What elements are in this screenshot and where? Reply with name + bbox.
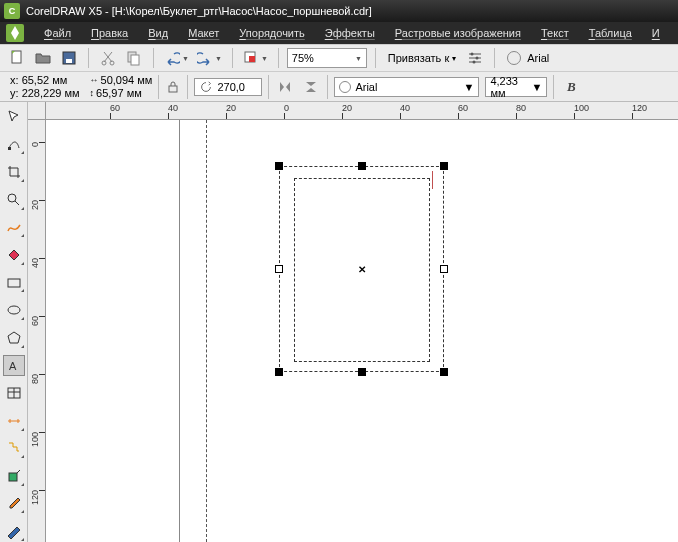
canvas-area[interactable]: 604020020406080100120140 020406080100120…	[28, 102, 678, 542]
mirror-h-button[interactable]	[275, 77, 295, 97]
separator	[268, 75, 269, 99]
canvas[interactable]: ✕	[46, 120, 678, 542]
font-size-select[interactable]: 4,233 мм ▼	[485, 77, 547, 97]
truetype-icon	[339, 81, 351, 93]
cut-button[interactable]	[97, 47, 119, 69]
menu-effects[interactable]: Эффекты	[315, 27, 385, 39]
menu-arrange[interactable]: Упорядочить	[229, 27, 314, 39]
size-display: ↔50,094 мм ↕65,97 мм	[90, 74, 153, 100]
resize-handle-nw[interactable]	[275, 162, 283, 170]
rectangle-tool[interactable]	[3, 272, 25, 294]
svg-rect-15	[8, 279, 20, 287]
menu-more[interactable]: И	[642, 27, 670, 39]
property-bar: x: 65,52 мм y: 228,229 мм ↔50,094 мм ↕65…	[0, 72, 678, 102]
font-name-label: Arial	[527, 52, 549, 64]
text-tool[interactable]: A	[3, 355, 25, 377]
new-button[interactable]	[6, 47, 28, 69]
eyedropper-tool[interactable]	[3, 493, 25, 515]
menu-text[interactable]: Текст	[531, 27, 579, 39]
svg-point-16	[8, 306, 20, 314]
text-frame[interactable]	[294, 178, 430, 362]
menu-layout[interactable]: Макет	[178, 27, 229, 39]
resize-handle-se[interactable]	[440, 368, 448, 376]
snap-label: Привязать к	[388, 52, 449, 64]
guide-line[interactable]	[206, 120, 207, 542]
bold-button[interactable]: B	[560, 76, 582, 98]
separator	[187, 75, 188, 99]
dropdown-arrow-icon: ▼	[532, 81, 543, 93]
dimension-tool[interactable]	[3, 410, 25, 432]
separator	[553, 75, 554, 99]
svg-rect-8	[249, 56, 255, 62]
connector-tool[interactable]	[3, 438, 25, 460]
svg-rect-13	[8, 147, 11, 150]
resize-handle-n[interactable]	[358, 162, 366, 170]
crop-tool[interactable]	[3, 161, 25, 183]
zoom-level-select[interactable]: 75% ▼	[287, 48, 367, 68]
svg-point-14	[8, 194, 16, 202]
undo-button[interactable]: ▼	[162, 50, 191, 66]
svg-rect-0	[12, 51, 21, 63]
zoom-tool[interactable]	[3, 189, 25, 211]
resize-handle-w[interactable]	[275, 265, 283, 273]
width-icon: ↔	[90, 74, 99, 87]
separator	[494, 48, 495, 68]
menu-edit[interactable]: Правка	[81, 27, 138, 39]
workspace: A 604020020406080100120140 0204060801001…	[0, 102, 678, 542]
ruler-origin[interactable]	[28, 102, 46, 120]
separator	[375, 48, 376, 68]
text-cursor	[432, 171, 433, 189]
position-display: x: 65,52 мм y: 228,229 мм	[6, 74, 84, 100]
resize-handle-sw[interactable]	[275, 368, 283, 376]
menu-bar: Файл Правка Вид Макет Упорядочить Эффект…	[0, 22, 678, 44]
copy-button[interactable]	[123, 47, 145, 69]
freehand-tool[interactable]	[3, 217, 25, 239]
dropdown-arrow-icon: ▼	[261, 55, 268, 62]
resize-handle-e[interactable]	[440, 265, 448, 273]
horizontal-ruler[interactable]: 604020020406080100120140	[46, 102, 678, 120]
table-tool[interactable]	[3, 382, 25, 404]
outline-tool[interactable]	[3, 520, 25, 542]
menu-table[interactable]: Таблица	[579, 27, 642, 39]
pick-tool[interactable]	[3, 106, 25, 128]
save-button[interactable]	[58, 47, 80, 69]
ellipse-tool[interactable]	[3, 299, 25, 321]
dropdown-arrow-icon: ▼	[355, 55, 362, 62]
separator	[232, 48, 233, 68]
lock-ratio-button[interactable]	[165, 79, 181, 95]
dropdown-arrow-icon: ▼	[215, 55, 222, 62]
resize-handle-s[interactable]	[358, 368, 366, 376]
menu-bitmaps[interactable]: Растровые изображения	[385, 27, 531, 39]
rotation-input[interactable]	[194, 78, 262, 96]
font-family-select[interactable]: Arial ▼	[334, 77, 479, 97]
toolbox: A	[0, 102, 28, 542]
rotation-value[interactable]	[217, 81, 257, 93]
zoom-value: 75%	[292, 52, 314, 64]
mirror-v-button[interactable]	[301, 77, 321, 97]
open-button[interactable]	[32, 47, 54, 69]
separator	[88, 48, 89, 68]
title-bar: C CorelDRAW X5 - [H:\Корел\Буклет_ртг\На…	[0, 0, 678, 22]
import-button[interactable]: ▼	[241, 50, 270, 66]
polygon-tool[interactable]	[3, 327, 25, 349]
truetype-icon	[507, 51, 521, 65]
menu-view[interactable]: Вид	[138, 27, 178, 39]
smart-fill-tool[interactable]	[3, 244, 25, 266]
page-boundary	[179, 120, 180, 542]
svg-rect-2	[66, 59, 72, 63]
separator	[158, 75, 159, 99]
menu-file[interactable]: Файл	[34, 27, 81, 39]
redo-button[interactable]: ▼	[195, 50, 224, 66]
vertical-ruler[interactable]: 020406080100120	[28, 120, 46, 542]
dropdown-arrow-icon: ▼	[182, 55, 189, 62]
svg-point-9	[471, 53, 474, 56]
options-button[interactable]	[464, 47, 486, 69]
dropdown-arrow-icon: ▼	[464, 81, 475, 93]
interactive-tool[interactable]	[3, 465, 25, 487]
font-name: Arial	[355, 81, 459, 93]
svg-point-10	[476, 57, 479, 60]
shape-tool[interactable]	[3, 134, 25, 156]
snap-to-dropdown[interactable]: Привязать к ▾	[384, 48, 460, 68]
resize-handle-ne[interactable]	[440, 162, 448, 170]
app-logo-icon[interactable]	[6, 24, 24, 42]
